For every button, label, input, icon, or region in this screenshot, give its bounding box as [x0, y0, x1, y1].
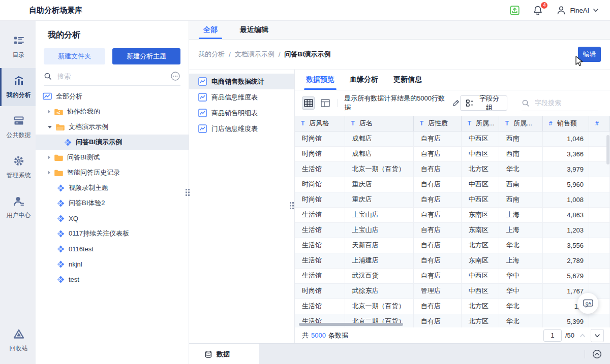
sidebar-item-admin-system[interactable]: 管理系统	[0, 148, 36, 186]
row-count[interactable]: 5000	[311, 332, 326, 339]
split-view-icon[interactable]	[319, 96, 331, 110]
table-cell: 重庆店	[345, 177, 413, 192]
column-header[interactable]: T所属...	[461, 116, 499, 131]
notification-bell[interactable]: 4	[533, 5, 543, 16]
user-name: FineAI	[570, 7, 589, 14]
theme-icon	[64, 139, 72, 146]
topbar-actions: 4 FineAI	[510, 5, 610, 16]
tree-item-video-theme[interactable]: 视频录制主题	[36, 180, 189, 195]
theme-icon	[57, 184, 65, 192]
data-table: T店风格T店名T店性质T所属...T所属...#销售额#时尚馆成都店自有店中西区…	[295, 116, 610, 327]
tree-item-all-analysis[interactable]: 全部分析	[36, 89, 189, 104]
panel-resize-handle[interactable]	[184, 187, 189, 192]
next-page-icon[interactable]	[591, 329, 604, 342]
tree-item-doc-demo[interactable]: 文档演示示例	[36, 119, 189, 135]
dataset-icon	[198, 93, 207, 102]
table-cell: 成都店	[345, 146, 413, 161]
tab-update-info[interactable]: 更新信息	[393, 70, 422, 90]
table-cell: 上宝山店	[345, 207, 413, 222]
prev-page-icon[interactable]	[580, 333, 586, 339]
sidebar-item-public-data[interactable]: 公共数据	[0, 108, 36, 146]
new-theme-button[interactable]: 新建分析主题	[112, 48, 180, 64]
tree-item-label: 0117持续关注仪表板	[69, 229, 129, 238]
table-row: 生活馆上宝山店自有店东南区上海4,863	[295, 207, 610, 222]
column-header[interactable]: T所属...	[499, 116, 542, 131]
breadcrumb-separator: /	[229, 51, 231, 58]
column-header[interactable]: T店性质	[413, 116, 461, 131]
caret-right-icon[interactable]	[48, 155, 50, 159]
caret-right-icon[interactable]	[48, 110, 50, 114]
more-options-icon[interactable]	[170, 71, 180, 81]
tab-lineage-analysis[interactable]: 血缘分析	[350, 70, 378, 90]
tree-item-qa-bi-demo[interactable]: 问答BI演示示例	[36, 135, 189, 150]
qa-chat-button[interactable]: QA	[577, 293, 598, 314]
grid-view-icon[interactable]	[302, 96, 315, 110]
dataset-item-1[interactable]: 电商销售数据统计	[189, 74, 294, 89]
column-header[interactable]: T店名	[345, 116, 413, 131]
tree-search-input[interactable]	[56, 72, 166, 81]
horizontal-scrollbar[interactable]	[299, 323, 403, 326]
panel-title: 我的分析	[48, 30, 189, 41]
tree-item-smart-qa-history[interactable]: 智能问答历史记录	[36, 165, 189, 180]
sidebar-item-user-center[interactable]: 用户中心	[0, 188, 36, 226]
table-cell: 华中	[499, 283, 542, 299]
tree-item-label: nkjnl	[69, 260, 82, 268]
breadcrumb-item-2[interactable]: 文档演示示例	[235, 50, 274, 59]
table-cell	[589, 222, 609, 238]
tab-all[interactable]: 全部	[203, 21, 218, 39]
caret-right-icon[interactable]	[48, 171, 50, 175]
table-cell: 上海	[499, 253, 542, 268]
tab-data-preview[interactable]: 数据预览	[306, 70, 334, 90]
tree-item-nkjnl[interactable]: nkjnl	[36, 256, 189, 272]
dataset-item-4[interactable]: 门店信息维度表	[189, 121, 294, 137]
collapse-panel-icon[interactable]	[592, 349, 602, 359]
column-header[interactable]: #	[589, 116, 609, 131]
tree-item-qa-bi-exp2[interactable]: 问答BI体验2	[36, 195, 189, 211]
dataset-item-2[interactable]: 商品信息维度表	[189, 89, 294, 105]
caret-down-icon[interactable]	[48, 126, 52, 128]
tree-item-dashboard-0117[interactable]: 0117持续关注仪表板	[36, 226, 189, 241]
admin-icon	[13, 155, 25, 167]
panel-resize-handle[interactable]	[288, 200, 293, 206]
dataset-item-label: 商品信息维度表	[211, 93, 258, 102]
recycle-icon	[13, 328, 25, 340]
text-type-icon: T	[301, 120, 304, 127]
column-name: 所属...	[513, 119, 532, 127]
table-cell: 2,789	[542, 253, 589, 268]
column-header[interactable]: #销售额	[542, 116, 589, 131]
table-cell: 生活馆	[295, 253, 345, 268]
dataset-item-3[interactable]: 商品销售明细表	[189, 105, 294, 121]
export-icon[interactable]	[510, 6, 520, 15]
table-cell: 中西区	[461, 283, 499, 299]
table-cell	[589, 238, 609, 253]
sidebar-item-my-analysis[interactable]: 我的分析	[0, 68, 36, 106]
table-cell: 华中	[499, 268, 542, 283]
field-search-input[interactable]	[534, 98, 598, 107]
table-row: 生活馆北京一期（百货）自有店北方区华北1,2	[295, 299, 610, 314]
tree-item-label: 协作给我的	[67, 107, 100, 116]
page-input[interactable]	[543, 329, 562, 342]
database-icon	[204, 350, 212, 358]
user-menu[interactable]: FineAI	[556, 5, 599, 15]
tree-item-test[interactable]: test	[36, 272, 189, 287]
tree-item-qa-bi-test[interactable]: 问答BI测试	[36, 150, 189, 165]
sidebar-item-catalog[interactable]: 目录	[0, 28, 36, 66]
table-cell: 自有店	[413, 268, 461, 283]
breadcrumb-item-1[interactable]: 我的分析	[198, 50, 225, 59]
table-cell: 自有店	[413, 238, 461, 253]
field-group-button[interactable]: 字段分组	[460, 95, 507, 111]
tree-item-test-0116[interactable]: 0116test	[36, 241, 189, 256]
edit-pencil-icon[interactable]	[452, 99, 460, 107]
tree-item-xq[interactable]: XQ	[36, 211, 189, 226]
new-folder-button[interactable]: 新建文件夹	[44, 48, 105, 64]
tab-data[interactable]: 数据	[189, 344, 259, 364]
table-cell: 中西区	[461, 177, 499, 192]
sidebar-item-recycle-bin[interactable]: 回收站	[0, 321, 36, 359]
column-header[interactable]: T店风格	[295, 116, 345, 131]
vertical-scrollbar[interactable]	[606, 135, 609, 164]
table-cell: 上海	[499, 207, 542, 222]
tab-data-preview-label: 数据预览	[306, 75, 334, 84]
edit-button[interactable]: 编辑	[578, 47, 601, 62]
tree-item-shared-to-me[interactable]: 协作给我的	[36, 104, 189, 119]
tab-recent-edit[interactable]: 最近编辑	[240, 21, 268, 39]
